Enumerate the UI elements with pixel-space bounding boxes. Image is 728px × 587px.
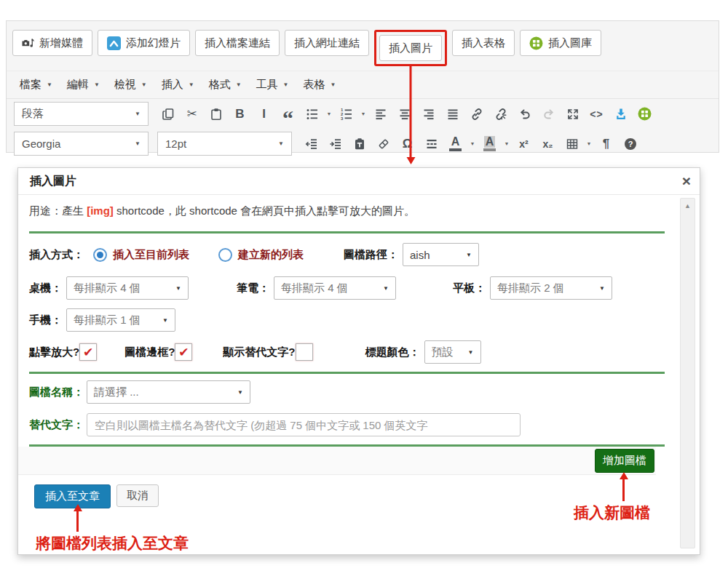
insert-table-label: 插入表格 (462, 36, 505, 50)
align-justify-icon[interactable] (442, 103, 463, 125)
add-slideshow-button[interactable]: 添加幻燈片 (98, 30, 190, 56)
alt-text-input[interactable] (87, 413, 521, 436)
tablet-label: 平板： (453, 281, 486, 295)
menu-file[interactable]: 檔案 (12, 73, 60, 97)
insert-file-link-button[interactable]: 插入檔案連結 (195, 30, 280, 56)
radio-current-list[interactable] (93, 248, 107, 262)
red-down-arrow (410, 64, 412, 157)
outdent-icon[interactable] (301, 133, 322, 155)
separator-line (29, 231, 665, 233)
desktop-label: 桌機： (29, 281, 62, 295)
pilcrow-icon[interactable]: ¶ (596, 133, 617, 155)
menu-tools[interactable]: 工具 (249, 73, 296, 97)
dialog-title: 插入圖片 (18, 168, 700, 195)
undo-icon[interactable] (514, 103, 535, 125)
show-alt-checkbox[interactable] (296, 343, 313, 361)
download-icon[interactable] (610, 103, 631, 125)
menu-table[interactable]: 表格 (296, 73, 344, 97)
fullscreen-icon[interactable] (562, 103, 583, 125)
horizontal-rule-icon[interactable] (421, 133, 442, 155)
gallery-icon (529, 36, 543, 50)
click-zoom-label: 點擊放大? (29, 346, 79, 359)
blockquote-icon[interactable]: “ (277, 103, 298, 125)
tablet-count-select[interactable]: 每排顯示 2 個 (490, 276, 612, 300)
text-color-icon[interactable]: A (445, 133, 466, 155)
redo-icon[interactable] (538, 103, 559, 125)
subscript-icon[interactable]: x₂ (537, 133, 558, 155)
annotation-insert-new-image: 插入新圖檔 (574, 503, 650, 523)
laptop-label: 筆電： (237, 281, 269, 295)
copy-icon[interactable] (157, 103, 178, 125)
svg-text:?: ? (628, 140, 633, 148)
unlink-icon[interactable] (490, 103, 511, 125)
add-slideshow-label: 添加幻燈片 (126, 36, 181, 50)
cut-icon[interactable]: ✂ (181, 103, 202, 125)
table-icon[interactable] (561, 133, 582, 155)
desktop-count-select[interactable]: 每排顯示 4 個 (66, 276, 189, 300)
menu-view[interactable]: 檢視 (107, 73, 154, 97)
bold-icon[interactable]: B (229, 103, 250, 125)
font-size-select[interactable]: 12pt (157, 132, 292, 156)
insert-image-dialog: 插入圖片 × ▲ 用途：產生 [img] shortcode，此 shortco… (17, 167, 700, 555)
insert-image-label: 插入圖片 (389, 41, 432, 55)
font-family-select[interactable]: Georgia (14, 132, 149, 156)
insert-table-button[interactable]: 插入表格 (452, 30, 515, 56)
insert-file-link-label: 插入檔案連結 (205, 36, 270, 50)
option-new-list-label: 建立新的列表 (238, 248, 304, 262)
close-icon[interactable]: × (682, 172, 691, 190)
align-left-icon[interactable] (370, 103, 391, 125)
insert-mode-label: 插入方式： (29, 248, 84, 262)
insert-image-button[interactable]: 插入圖片 (379, 35, 442, 61)
add-image-button[interactable]: 增加圖檔 (595, 449, 654, 473)
align-center-icon[interactable] (394, 103, 415, 125)
paste-as-text-icon[interactable] (349, 133, 370, 155)
laptop-count-select[interactable]: 每排顯示 4 個 (274, 276, 396, 300)
add-media-label: 新增媒體 (39, 36, 83, 50)
format-select[interactable]: 段落 (14, 102, 149, 126)
italic-icon[interactable]: I (253, 103, 274, 125)
align-right-icon[interactable] (418, 103, 439, 125)
numbered-list-icon[interactable]: 123 (336, 103, 357, 125)
clear-formatting-icon[interactable] (373, 133, 394, 155)
phone-count-select[interactable]: 每排顯示 1 個 (66, 308, 175, 332)
insert-to-post-button[interactable]: 插入至文章 (34, 484, 111, 508)
separator-line (29, 372, 665, 374)
text-color-caret[interactable] (469, 141, 476, 146)
link-icon[interactable] (466, 103, 487, 125)
radio-new-list[interactable] (218, 248, 232, 262)
special-character-icon[interactable]: Ω (397, 133, 418, 155)
image-name-select[interactable]: 請選擇 ... (87, 380, 250, 404)
bullet-list-icon[interactable] (301, 103, 323, 125)
menu-format[interactable]: 格式 (202, 73, 249, 97)
background-color-caret[interactable] (503, 141, 510, 146)
menu-insert[interactable]: 插入 (154, 73, 202, 97)
options-row: 點擊放大? ✔ 圖檔邊框? ✔ 顯示替代文字? 標題顏色： 預設 (18, 340, 700, 364)
insert-mode-row: 插入方式： 插入至目前列表 建立新的列表 圖檔路徑： aish (18, 242, 700, 267)
help-icon[interactable]: ? (620, 133, 641, 155)
menu-edit[interactable]: 編輯 (60, 73, 107, 97)
gallery-grid-icon[interactable] (634, 103, 655, 125)
superscript-icon[interactable]: x² (513, 133, 534, 155)
dialog-scrollbar[interactable]: ▲ (680, 198, 695, 548)
columns-row-1: 桌機： 每排顯示 4 個 筆電： 每排顯示 4 個 平板： 每排顯示 2 個 (18, 276, 700, 300)
title-color-select[interactable]: 預設 (424, 340, 481, 364)
table-caret[interactable] (585, 141, 593, 146)
indent-icon[interactable] (325, 133, 346, 155)
cancel-button[interactable]: 取消 (116, 484, 159, 507)
option-current-list-label: 插入至目前列表 (113, 248, 189, 262)
image-border-checkbox[interactable]: ✔ (175, 343, 192, 361)
insert-url-link-button[interactable]: 插入網址連結 (285, 30, 369, 56)
insert-gallery-button[interactable]: 插入圖庫 (520, 30, 601, 56)
scroll-up-icon[interactable]: ▲ (681, 202, 695, 209)
background-color-icon[interactable]: A (479, 133, 500, 155)
image-border-label: 圖檔邊框? (124, 346, 175, 359)
path-select[interactable]: aish (403, 243, 479, 266)
source-code-icon[interactable]: <> (586, 103, 607, 125)
numbered-list-caret[interactable] (360, 111, 367, 116)
add-media-button[interactable]: 新增媒體 (12, 30, 92, 56)
toolbar-row-2: Georgia 12pt Ω A A x² x₂ (7, 129, 719, 159)
click-zoom-checkbox[interactable]: ✔ (79, 343, 97, 361)
alt-text-label: 替代文字： (29, 418, 84, 432)
bullet-list-caret[interactable] (325, 111, 333, 116)
paste-icon[interactable] (205, 103, 226, 125)
